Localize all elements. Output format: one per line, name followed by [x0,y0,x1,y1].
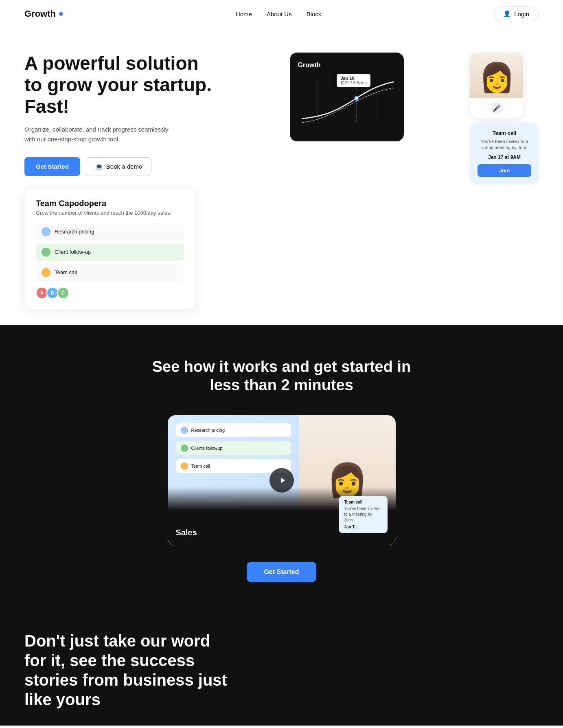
video-play-overlay [168,415,396,545]
task-avatar-1 [42,227,50,236]
hero-subtitle: Organize, collaborate, and track progres… [24,125,179,144]
how-it-works-title: See how it works and get started in less… [151,358,412,395]
testimonials-section: Don't just take our word for it, see the… [0,607,563,726]
task-list: Research pricing Client follow-up Team c… [36,223,184,281]
team-call-card: Team call You've been invited to a virtu… [470,123,539,183]
login-button[interactable]: 👤 Login [494,7,539,21]
nav-block[interactable]: Block [307,11,322,18]
tooltip-date: Jan 18 [341,76,367,81]
team-avatar-3: C [57,287,69,299]
task-item-2: Client follow-up [36,244,184,261]
join-button[interactable]: Join [478,164,531,177]
chart-tooltip: Jan 18 $120 / 3 Sales [337,74,371,87]
testimonials-title: Don't just take our word for it, see the… [24,631,236,709]
hero-buttons: Get Started 💻 Book a demo [24,157,220,176]
how-it-works-section: See how it works and get started in less… [0,325,563,607]
microphone-icon: 🎤 [490,101,503,114]
avatar-card: 👩 🎤 [470,53,523,118]
dark-section-cta: Get Started [24,562,539,582]
laptop-icon: 💻 [95,163,103,170]
logo-dot [59,12,63,16]
hero-right-inner: Growth [290,53,539,183]
hero-section: A powerful solution to grow your startup… [0,28,563,309]
chart-title: Growth [298,62,396,69]
play-icon [278,476,287,485]
get-started-button[interactable]: Get Started [24,157,80,176]
team-card-title: Team Capodopera [36,199,184,208]
hero-title: A powerful solution to grow your startup… [24,53,220,117]
book-demo-button[interactable]: 💻 Book a demo [86,157,151,176]
avatar-image: 👩 [470,53,523,98]
mic-area: 🎤 [470,98,523,118]
task-item-3: Team call [36,264,184,281]
logo: Growth [24,9,63,19]
person-icon: 👤 [503,10,511,18]
play-button[interactable] [269,468,294,493]
hero-right: Growth [290,53,539,183]
team-call-date: Jan 17 at 9AM [478,154,531,160]
hero-left: A powerful solution to grow your startup… [24,53,220,309]
team-call-subtitle: You've been invited to a virtual meeting… [478,139,531,151]
hero-right-col: 👩 🎤 Team call You've been invited to a v… [470,53,539,183]
dark-get-started-button[interactable]: Get Started [247,562,316,582]
task-item-1: Research pricing [36,223,184,240]
task-avatar-2 [42,248,50,257]
task-avatar-3 [42,268,50,277]
team-call-title: Team call [478,130,531,136]
tooltip-value: $120 / 3 Sales [341,81,367,85]
team-card-subtitle: Grow the number of clients and reach the… [36,210,184,216]
team-avatars: A B C [36,287,184,299]
nav-about[interactable]: About Us [267,11,292,18]
logo-text: Growth [24,9,56,19]
chart-area: Growth [290,53,464,141]
nav-home[interactable]: Home [236,11,252,18]
video-container: Research pricing Clients followup Team c… [168,415,396,545]
team-card: Team Capodopera Grow the number of clien… [24,189,195,309]
navbar: Growth Home About Us Block 👤 Login [0,0,563,28]
nav-links: Home About Us Block [236,11,321,18]
growth-chart-card: Growth [290,53,404,141]
